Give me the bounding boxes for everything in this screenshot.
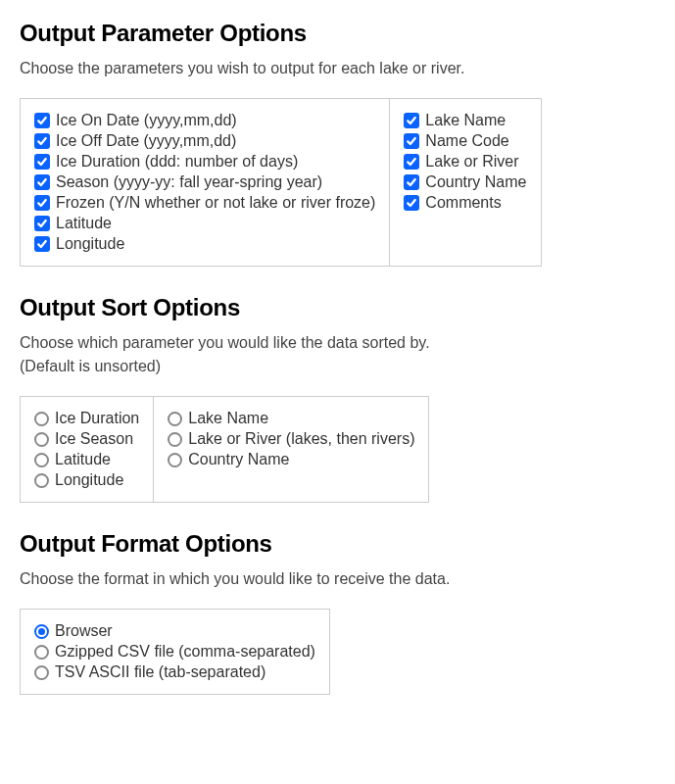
sort-table: Ice DurationIce SeasonLatitudeLongitude … <box>20 396 429 503</box>
sort-ice-duration: Ice Duration <box>34 410 139 427</box>
sort-country-name-label: Country Name <box>188 451 289 468</box>
param-lake-or-river-checkbox[interactable] <box>404 154 419 170</box>
param-name-code-label: Name Code <box>425 132 508 150</box>
format-tsv-ascii-file-tab-separated-radio[interactable] <box>34 665 49 680</box>
format-gzipped-csv-file-comma-separated-label: Gzipped CSV file (comma-separated) <box>55 643 315 661</box>
sort-longitude-label: Longitude <box>55 471 123 489</box>
param-latitude-checkbox[interactable] <box>34 216 50 231</box>
param-season-yyyy-yy-fall-year-spring-year-label: Season (yyyy-yy: fall year-spring year) <box>56 173 322 191</box>
param-frozen-y-n-whether-or-not-lake-or-river--label: Frozen (Y/N whether or not lake or river… <box>56 194 375 212</box>
param-comments: Comments <box>404 194 526 212</box>
sort-lake-or-river-lakes-then-rivers-radio[interactable] <box>168 432 182 447</box>
param-lake-or-river: Lake or River <box>404 153 526 171</box>
sort-ice-duration-radio[interactable] <box>34 412 49 426</box>
format-table: BrowserGzipped CSV file (comma-separated… <box>20 609 330 695</box>
param-ice-off-date-yyyy-mm-dd-checkbox[interactable] <box>34 133 50 149</box>
param-comments-checkbox[interactable] <box>404 195 419 211</box>
sort-ice-season-radio[interactable] <box>34 432 49 447</box>
sort-desc: Choose which parameter you would like th… <box>20 331 655 378</box>
format-tsv-ascii-file-tab-separated-label: TSV ASCII file (tab-separated) <box>55 663 265 681</box>
sort-lake-name: Lake Name <box>168 410 414 427</box>
format-browser-radio[interactable] <box>34 624 49 639</box>
sort-heading: Output Sort Options <box>20 294 655 321</box>
param-longitude-label: Longitude <box>56 235 124 253</box>
format-browser: Browser <box>34 622 315 640</box>
param-longitude-checkbox[interactable] <box>34 236 50 252</box>
param-ice-duration-ddd-number-of-days: Ice Duration (ddd: number of days) <box>34 153 375 171</box>
param-ice-duration-ddd-number-of-days-checkbox[interactable] <box>34 154 50 170</box>
param-frozen-y-n-whether-or-not-lake-or-river--checkbox[interactable] <box>34 195 50 211</box>
param-ice-on-date-yyyy-mm-dd: Ice On Date (yyyy,mm,dd) <box>34 112 375 129</box>
sort-longitude-radio[interactable] <box>34 473 49 488</box>
param-ice-off-date-yyyy-mm-dd-label: Ice Off Date (yyyy,mm,dd) <box>56 132 236 150</box>
format-tsv-ascii-file-tab-separated: TSV ASCII file (tab-separated) <box>34 663 315 681</box>
sort-ice-season-label: Ice Season <box>55 430 133 448</box>
sort-ice-duration-label: Ice Duration <box>55 410 139 427</box>
sort-latitude: Latitude <box>34 451 139 468</box>
param-season-yyyy-yy-fall-year-spring-year: Season (yyyy-yy: fall year-spring year) <box>34 173 375 191</box>
param-ice-duration-ddd-number-of-days-label: Ice Duration (ddd: number of days) <box>56 153 298 171</box>
format-heading: Output Format Options <box>20 530 655 558</box>
param-heading: Output Parameter Options <box>20 20 655 47</box>
param-table: Ice On Date (yyyy,mm,dd)Ice Off Date (yy… <box>20 98 542 267</box>
param-frozen-y-n-whether-or-not-lake-or-river-: Frozen (Y/N whether or not lake or river… <box>34 194 375 212</box>
param-ice-on-date-yyyy-mm-dd-checkbox[interactable] <box>34 113 50 128</box>
param-name-code: Name Code <box>404 132 526 150</box>
format-gzipped-csv-file-comma-separated: Gzipped CSV file (comma-separated) <box>34 643 315 661</box>
sort-lake-name-label: Lake Name <box>188 410 268 427</box>
format-browser-label: Browser <box>55 622 113 640</box>
param-latitude: Latitude <box>34 215 375 232</box>
param-lake-name-label: Lake Name <box>425 112 506 129</box>
param-country-name: Country Name <box>404 173 526 191</box>
sort-latitude-label: Latitude <box>55 451 111 468</box>
sort-lake-or-river-lakes-then-rivers-label: Lake or River (lakes, then rivers) <box>188 430 414 448</box>
sort-country-name: Country Name <box>168 451 414 468</box>
param-country-name-checkbox[interactable] <box>404 174 419 190</box>
param-season-yyyy-yy-fall-year-spring-year-checkbox[interactable] <box>34 174 50 190</box>
param-country-name-label: Country Name <box>425 173 526 191</box>
param-longitude: Longitude <box>34 235 375 253</box>
param-lake-or-river-label: Lake or River <box>425 153 518 171</box>
sort-country-name-radio[interactable] <box>168 453 182 467</box>
format-desc: Choose the format in which you would lik… <box>20 567 655 591</box>
sort-lake-name-radio[interactable] <box>168 412 182 426</box>
format-gzipped-csv-file-comma-separated-radio[interactable] <box>34 645 49 660</box>
param-name-code-checkbox[interactable] <box>404 133 419 149</box>
param-ice-on-date-yyyy-mm-dd-label: Ice On Date (yyyy,mm,dd) <box>56 112 237 129</box>
param-ice-off-date-yyyy-mm-dd: Ice Off Date (yyyy,mm,dd) <box>34 132 375 150</box>
param-lake-name-checkbox[interactable] <box>404 113 419 128</box>
sort-lake-or-river-lakes-then-rivers: Lake or River (lakes, then rivers) <box>168 430 414 448</box>
param-comments-label: Comments <box>425 194 501 212</box>
param-latitude-label: Latitude <box>56 215 112 232</box>
sort-longitude: Longitude <box>34 471 139 489</box>
sort-latitude-radio[interactable] <box>34 453 49 467</box>
param-lake-name: Lake Name <box>404 112 526 129</box>
sort-ice-season: Ice Season <box>34 430 139 448</box>
param-desc: Choose the parameters you wish to output… <box>20 57 655 80</box>
